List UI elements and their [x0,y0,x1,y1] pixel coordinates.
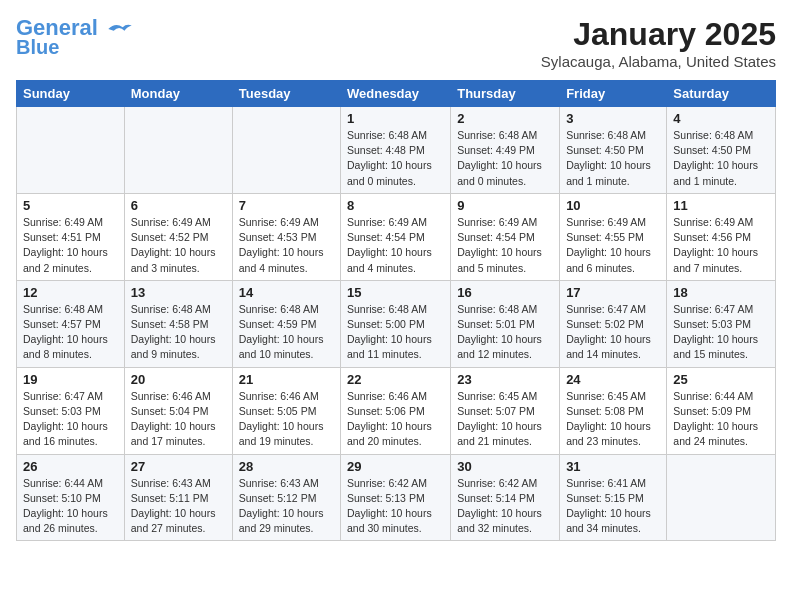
calendar-cell: 14Sunrise: 6:48 AM Sunset: 4:59 PM Dayli… [232,280,340,367]
day-number: 13 [131,285,226,300]
day-number: 18 [673,285,769,300]
day-number: 16 [457,285,553,300]
day-number: 10 [566,198,660,213]
day-detail: Sunrise: 6:46 AM Sunset: 5:05 PM Dayligh… [239,389,334,450]
day-detail: Sunrise: 6:48 AM Sunset: 5:01 PM Dayligh… [457,302,553,363]
day-detail: Sunrise: 6:48 AM Sunset: 4:48 PM Dayligh… [347,128,444,189]
day-number: 19 [23,372,118,387]
day-number: 29 [347,459,444,474]
calendar-cell [124,107,232,194]
weekday-header-saturday: Saturday [667,81,776,107]
logo-bird-icon [106,20,134,38]
day-number: 28 [239,459,334,474]
calendar-cell: 4Sunrise: 6:48 AM Sunset: 4:50 PM Daylig… [667,107,776,194]
calendar-cell: 19Sunrise: 6:47 AM Sunset: 5:03 PM Dayli… [17,367,125,454]
day-detail: Sunrise: 6:46 AM Sunset: 5:04 PM Dayligh… [131,389,226,450]
calendar-cell: 18Sunrise: 6:47 AM Sunset: 5:03 PM Dayli… [667,280,776,367]
day-detail: Sunrise: 6:49 AM Sunset: 4:55 PM Dayligh… [566,215,660,276]
calendar-cell: 28Sunrise: 6:43 AM Sunset: 5:12 PM Dayli… [232,454,340,541]
title-block: January 2025 Sylacauga, Alabama, United … [541,16,776,70]
logo: General Blue [16,16,134,58]
weekday-header-wednesday: Wednesday [341,81,451,107]
calendar-cell: 15Sunrise: 6:48 AM Sunset: 5:00 PM Dayli… [341,280,451,367]
calendar-cell: 13Sunrise: 6:48 AM Sunset: 4:58 PM Dayli… [124,280,232,367]
day-detail: Sunrise: 6:42 AM Sunset: 5:14 PM Dayligh… [457,476,553,537]
calendar-cell: 8Sunrise: 6:49 AM Sunset: 4:54 PM Daylig… [341,193,451,280]
day-number: 21 [239,372,334,387]
calendar-cell: 17Sunrise: 6:47 AM Sunset: 5:02 PM Dayli… [560,280,667,367]
calendar-cell: 6Sunrise: 6:49 AM Sunset: 4:52 PM Daylig… [124,193,232,280]
day-number: 2 [457,111,553,126]
day-detail: Sunrise: 6:47 AM Sunset: 5:03 PM Dayligh… [23,389,118,450]
day-detail: Sunrise: 6:49 AM Sunset: 4:53 PM Dayligh… [239,215,334,276]
calendar-cell: 2Sunrise: 6:48 AM Sunset: 4:49 PM Daylig… [451,107,560,194]
day-number: 15 [347,285,444,300]
calendar-cell: 30Sunrise: 6:42 AM Sunset: 5:14 PM Dayli… [451,454,560,541]
week-row-1: 1Sunrise: 6:48 AM Sunset: 4:48 PM Daylig… [17,107,776,194]
day-number: 12 [23,285,118,300]
day-detail: Sunrise: 6:49 AM Sunset: 4:54 PM Dayligh… [347,215,444,276]
calendar-cell: 29Sunrise: 6:42 AM Sunset: 5:13 PM Dayli… [341,454,451,541]
calendar-cell: 9Sunrise: 6:49 AM Sunset: 4:54 PM Daylig… [451,193,560,280]
calendar-cell: 10Sunrise: 6:49 AM Sunset: 4:55 PM Dayli… [560,193,667,280]
weekday-header-tuesday: Tuesday [232,81,340,107]
calendar-cell: 24Sunrise: 6:45 AM Sunset: 5:08 PM Dayli… [560,367,667,454]
location-subtitle: Sylacauga, Alabama, United States [541,53,776,70]
day-number: 26 [23,459,118,474]
calendar-cell: 27Sunrise: 6:43 AM Sunset: 5:11 PM Dayli… [124,454,232,541]
calendar-cell: 22Sunrise: 6:46 AM Sunset: 5:06 PM Dayli… [341,367,451,454]
weekday-header-monday: Monday [124,81,232,107]
month-title: January 2025 [541,16,776,53]
calendar-cell: 31Sunrise: 6:41 AM Sunset: 5:15 PM Dayli… [560,454,667,541]
calendar-cell: 5Sunrise: 6:49 AM Sunset: 4:51 PM Daylig… [17,193,125,280]
weekday-header-row: SundayMondayTuesdayWednesdayThursdayFrid… [17,81,776,107]
calendar-cell: 11Sunrise: 6:49 AM Sunset: 4:56 PM Dayli… [667,193,776,280]
day-detail: Sunrise: 6:49 AM Sunset: 4:54 PM Dayligh… [457,215,553,276]
calendar-cell: 16Sunrise: 6:48 AM Sunset: 5:01 PM Dayli… [451,280,560,367]
day-detail: Sunrise: 6:45 AM Sunset: 5:08 PM Dayligh… [566,389,660,450]
day-number: 11 [673,198,769,213]
day-number: 8 [347,198,444,213]
page-header: General Blue January 2025 Sylacauga, Ala… [16,16,776,70]
calendar-cell [232,107,340,194]
calendar-cell: 12Sunrise: 6:48 AM Sunset: 4:57 PM Dayli… [17,280,125,367]
calendar-cell: 20Sunrise: 6:46 AM Sunset: 5:04 PM Dayli… [124,367,232,454]
calendar-cell: 7Sunrise: 6:49 AM Sunset: 4:53 PM Daylig… [232,193,340,280]
day-number: 20 [131,372,226,387]
calendar-cell: 25Sunrise: 6:44 AM Sunset: 5:09 PM Dayli… [667,367,776,454]
week-row-3: 12Sunrise: 6:48 AM Sunset: 4:57 PM Dayli… [17,280,776,367]
week-row-4: 19Sunrise: 6:47 AM Sunset: 5:03 PM Dayli… [17,367,776,454]
calendar-cell: 23Sunrise: 6:45 AM Sunset: 5:07 PM Dayli… [451,367,560,454]
day-detail: Sunrise: 6:47 AM Sunset: 5:02 PM Dayligh… [566,302,660,363]
day-detail: Sunrise: 6:44 AM Sunset: 5:10 PM Dayligh… [23,476,118,537]
week-row-5: 26Sunrise: 6:44 AM Sunset: 5:10 PM Dayli… [17,454,776,541]
day-number: 25 [673,372,769,387]
day-detail: Sunrise: 6:48 AM Sunset: 4:59 PM Dayligh… [239,302,334,363]
weekday-header-friday: Friday [560,81,667,107]
calendar-cell: 1Sunrise: 6:48 AM Sunset: 4:48 PM Daylig… [341,107,451,194]
day-detail: Sunrise: 6:48 AM Sunset: 4:50 PM Dayligh… [566,128,660,189]
day-number: 3 [566,111,660,126]
calendar-cell: 26Sunrise: 6:44 AM Sunset: 5:10 PM Dayli… [17,454,125,541]
day-number: 6 [131,198,226,213]
day-detail: Sunrise: 6:47 AM Sunset: 5:03 PM Dayligh… [673,302,769,363]
calendar-cell: 21Sunrise: 6:46 AM Sunset: 5:05 PM Dayli… [232,367,340,454]
day-detail: Sunrise: 6:41 AM Sunset: 5:15 PM Dayligh… [566,476,660,537]
day-detail: Sunrise: 6:48 AM Sunset: 4:57 PM Dayligh… [23,302,118,363]
day-number: 27 [131,459,226,474]
day-number: 9 [457,198,553,213]
day-detail: Sunrise: 6:43 AM Sunset: 5:12 PM Dayligh… [239,476,334,537]
day-detail: Sunrise: 6:49 AM Sunset: 4:51 PM Dayligh… [23,215,118,276]
weekday-header-thursday: Thursday [451,81,560,107]
weekday-header-sunday: Sunday [17,81,125,107]
day-detail: Sunrise: 6:48 AM Sunset: 4:50 PM Dayligh… [673,128,769,189]
day-number: 14 [239,285,334,300]
day-number: 24 [566,372,660,387]
logo-blue: Blue [16,36,59,58]
day-detail: Sunrise: 6:43 AM Sunset: 5:11 PM Dayligh… [131,476,226,537]
day-detail: Sunrise: 6:48 AM Sunset: 4:58 PM Dayligh… [131,302,226,363]
day-detail: Sunrise: 6:49 AM Sunset: 4:52 PM Dayligh… [131,215,226,276]
day-detail: Sunrise: 6:48 AM Sunset: 5:00 PM Dayligh… [347,302,444,363]
calendar-cell [667,454,776,541]
day-number: 23 [457,372,553,387]
